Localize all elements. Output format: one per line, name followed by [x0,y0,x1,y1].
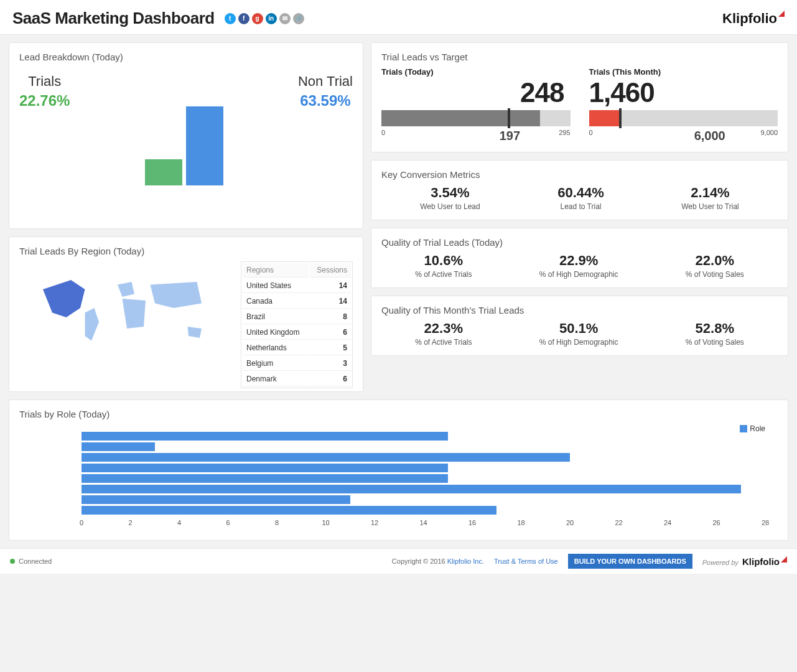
qt-m3-l: % of Voting Sales [686,270,744,279]
region-name: Belgium [243,357,309,371]
nontrial-bar [186,106,223,186]
axis-tick: 0 [80,519,83,526]
company-link[interactable]: Klipfolio Inc. [447,558,484,565]
qm-m3-v: 52.8% [686,320,744,337]
mail-icon[interactable]: ✉ [279,13,291,24]
qt-m1-l: % of Active Trials [415,270,472,279]
role-card: Trials by Role (Today) Role AnalystC-Lev… [9,399,788,541]
share-icons: t f g in ✉ 🔗 [225,13,304,24]
world-map[interactable] [19,261,235,388]
qt-m2-l: % of High Demographic [539,270,618,279]
region-sessions: 3 [310,357,351,371]
role-chart: Role AnalystC-LevelConsultantDeveloperEm… [19,424,778,531]
twitter-icon[interactable]: t [225,13,236,24]
axis-tick: 16 [468,519,476,526]
conv-m1-v: 3.54% [420,185,480,201]
region-title: Trial Leads By Region (Today) [19,246,353,256]
conv-m2-l: Lead to Trial [557,202,604,211]
region-sessions: 14 [310,294,351,309]
footer: Connected Copyright © 2016 Klipfolio Inc… [0,548,797,574]
facebook-icon[interactable]: f [238,13,249,24]
axis-tick: 20 [566,519,574,526]
axis-tick: 8 [275,519,279,526]
role-bar [82,442,155,451]
axis-tick: 10 [322,519,329,526]
col-sessions: Sessions [310,263,351,278]
table-row: United States14 [243,279,351,293]
page-title: SaaS Marketing Dashboard [12,9,215,28]
table-row: Netherlands5 [243,341,351,355]
quality-today-title: Quality of Trial Leads (Today) [381,237,778,248]
target-card: Trial Leads vs Target Trials (Today) 248… [371,42,788,152]
role-row: Employee [82,473,765,483]
role-row: Manager [82,483,765,494]
region-name: Netherlands [243,341,309,355]
axis-tick: 12 [371,519,378,526]
role-bar [82,506,496,515]
trials-today-value: 248 [381,79,571,106]
region-card: Trial Leads By Region (Today) [9,236,363,392]
trials-label: Trials [19,73,70,90]
role-row: Consultant [82,452,765,462]
table-row: Belgium3 [243,357,351,371]
role-row: C-Level [82,441,765,452]
quality-today-card: Quality of Trial Leads (Today) 10.6%% of… [371,228,788,288]
qm-m1-v: 22.3% [415,320,472,337]
qm-m3-l: % of Voting Sales [686,338,744,347]
qm-m2-v: 50.1% [539,320,618,337]
role-row: VP / Director [82,505,765,515]
region-sessions: 6 [310,325,351,340]
trials-month-bar [589,110,778,126]
role-row: Analyst [82,431,765,441]
today-max: 295 [559,129,570,143]
qt-m1-v: 10.6% [415,253,472,269]
role-bar [82,432,448,441]
linkedin-icon[interactable]: in [266,13,277,24]
role-bar [82,464,448,472]
brand-logo[interactable]: Klipfolio [722,11,785,27]
link-icon[interactable]: 🔗 [293,13,304,24]
status-dot-icon [10,559,15,564]
conversion-card: Key Conversion Metrics 3.54%Web User to … [371,160,788,220]
conv-m3-v: 2.14% [681,185,739,201]
header: SaaS Marketing Dashboard t f g in ✉ 🔗 Kl… [0,0,797,35]
role-bar [82,495,350,504]
trials-value: 22.76% [19,92,70,110]
nontrial-label: Non Trial [298,73,353,90]
axis-tick: 4 [177,519,181,526]
googleplus-icon[interactable]: g [252,13,263,24]
table-row: Canada14 [243,294,351,309]
month-max: 9,000 [760,129,778,143]
month-min: 0 [589,129,593,143]
cta-button[interactable]: BUILD YOUR OWN DASHBOARDS [568,554,692,569]
table-row: Denmark6 [243,372,351,386]
lead-breakdown-bars [137,80,231,185]
qm-m1-l: % of Active Trials [415,338,472,347]
qt-m2-v: 22.9% [539,253,618,269]
terms-link[interactable]: Trust & Terms of Use [494,558,558,565]
quality-month-card: Quality of This Month's Trial Leads 22.3… [371,296,788,356]
region-name: Brazil [243,310,309,324]
region-name: Canada [243,294,309,309]
axis-tick: 24 [664,519,671,526]
today-min: 0 [381,129,385,143]
conv-m3-l: Web User to Trial [681,202,739,211]
target-title: Trial Leads vs Target [381,52,778,62]
axis-tick: 14 [419,519,427,526]
conv-m1-l: Web User to Lead [420,202,480,211]
footer-brand-logo[interactable]: Klipfolio [742,556,787,567]
conversion-title: Key Conversion Metrics [381,169,778,180]
role-bar [82,474,448,483]
region-table: Regions Sessions United States14Canada14… [241,261,353,388]
region-name: United Kingdom [243,325,309,340]
today-mid: 197 [500,129,520,143]
region-name: United States [243,279,309,293]
trials-today-label: Trials (Today) [381,67,571,77]
trials-month-label: Trials (This Month) [589,67,778,77]
quality-month-title: Quality of This Month's Trial Leads [381,305,778,315]
role-row: Student [82,494,765,505]
role-row: Developer [82,462,765,473]
trials-bar [145,159,182,186]
region-sessions: 6 [310,372,351,386]
qm-m2-l: % of High Demographic [539,338,618,347]
